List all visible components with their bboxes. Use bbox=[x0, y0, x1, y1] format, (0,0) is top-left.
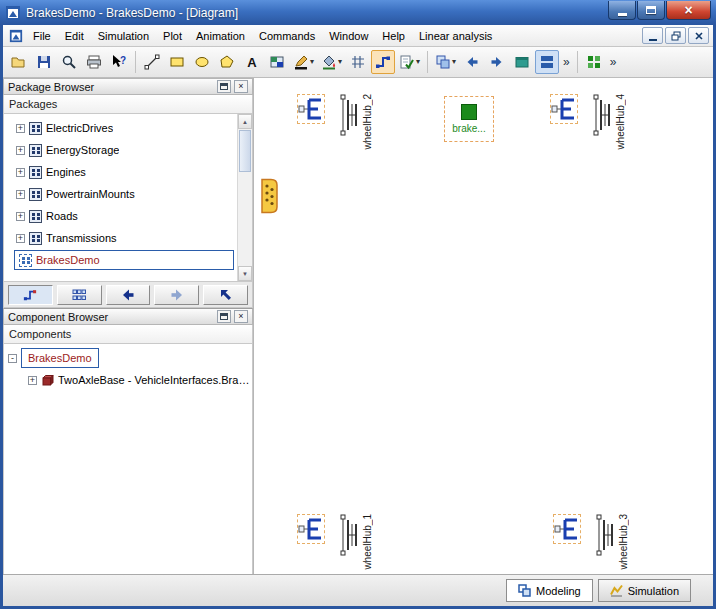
maximize-button[interactable] bbox=[637, 1, 665, 20]
menu-plot[interactable]: Plot bbox=[156, 27, 189, 45]
diagram-canvas[interactable]: wheelHub_2 wheelHub bbox=[254, 78, 713, 574]
window-view-button[interactable] bbox=[510, 50, 534, 74]
component-tree[interactable]: - BrakesDemo + TwoA bbox=[3, 344, 253, 574]
grid-view-button[interactable] bbox=[57, 285, 102, 305]
component-wheelhub-3[interactable]: wheelHub_3 bbox=[553, 514, 629, 570]
expander-icon[interactable]: - bbox=[8, 354, 17, 363]
wheelhub-flange-port[interactable] bbox=[297, 514, 325, 544]
toggle-grid-button[interactable] bbox=[346, 50, 370, 74]
mdi-close-button[interactable] bbox=[688, 27, 709, 44]
expander-icon[interactable]: + bbox=[16, 212, 25, 221]
package-item-label: Engines bbox=[46, 166, 86, 178]
navigate-forward-button[interactable] bbox=[154, 285, 199, 305]
toolbar-overflow-button[interactable]: » bbox=[607, 55, 620, 69]
menu-window[interactable]: Window bbox=[322, 27, 375, 45]
float-panel-button[interactable] bbox=[217, 80, 231, 93]
scroll-up-button[interactable]: ▲ bbox=[238, 114, 252, 129]
expander-icon[interactable]: + bbox=[16, 146, 25, 155]
line-color-button[interactable]: ▾ bbox=[290, 50, 317, 74]
polygon-tool-button[interactable] bbox=[215, 50, 239, 74]
menu-edit[interactable]: Edit bbox=[58, 27, 91, 45]
connect-mode-button[interactable] bbox=[371, 50, 395, 74]
context-help-button[interactable]: ? bbox=[107, 50, 131, 74]
selected-package-box[interactable]: BrakesDemo bbox=[14, 250, 234, 270]
browse-mode-button[interactable] bbox=[8, 285, 53, 305]
package-item-brakesdemo[interactable]: BrakesDemo bbox=[4, 249, 252, 271]
component-browser-panel: Component Browser × Components - BrakesD… bbox=[3, 308, 253, 574]
wheelhub-flange-port[interactable] bbox=[297, 94, 325, 124]
package-item-powertrainmounts[interactable]: + PowertrainMounts bbox=[4, 183, 252, 205]
tab-modeling[interactable]: Modeling bbox=[506, 579, 593, 602]
simulation-tab-icon bbox=[610, 584, 623, 597]
package-item-energystorage[interactable]: + EnergyStorage bbox=[4, 139, 252, 161]
menu-help[interactable]: Help bbox=[375, 27, 412, 45]
tab-simulation[interactable]: Simulation bbox=[598, 579, 691, 602]
wheelhub-flange-port[interactable] bbox=[553, 514, 581, 544]
selected-component-box[interactable]: BrakesDemo bbox=[21, 348, 99, 368]
library-selector-button[interactable] bbox=[582, 50, 606, 74]
back-button[interactable] bbox=[460, 50, 484, 74]
line-tool-button[interactable] bbox=[140, 50, 164, 74]
component-wheelhub-4[interactable]: wheelHub_4 bbox=[550, 94, 626, 150]
component-root-row[interactable]: - BrakesDemo bbox=[4, 347, 252, 369]
close-icon: × bbox=[684, 3, 692, 17]
expander-icon[interactable]: + bbox=[16, 234, 25, 243]
float-icon bbox=[220, 83, 228, 90]
control-bus-connector[interactable] bbox=[259, 178, 279, 214]
hub-bearing-icon[interactable] bbox=[339, 94, 359, 136]
scroll-down-button[interactable]: ▼ bbox=[238, 266, 252, 281]
package-item-roads[interactable]: + Roads bbox=[4, 205, 252, 227]
close-button[interactable]: × bbox=[666, 1, 711, 20]
zoom-button[interactable] bbox=[57, 50, 81, 74]
menu-simulation[interactable]: Simulation bbox=[91, 27, 156, 45]
text-tool-button[interactable]: A bbox=[240, 50, 264, 74]
expander-icon[interactable]: + bbox=[28, 376, 37, 385]
package-item-label: PowertrainMounts bbox=[46, 188, 135, 200]
component-item-row[interactable]: + TwoAxleBase - VehicleInterfaces.Brak..… bbox=[4, 369, 252, 391]
forward-arrow-icon bbox=[489, 54, 505, 70]
package-item-electricdrives[interactable]: + ElectricDrives bbox=[4, 117, 252, 139]
ellipse-tool-button[interactable] bbox=[190, 50, 214, 74]
package-item-transmissions[interactable]: + Transmissions bbox=[4, 227, 252, 249]
mdi-restore-button[interactable] bbox=[665, 27, 686, 44]
package-item-engines[interactable]: + Engines bbox=[4, 161, 252, 183]
hub-bearing-icon[interactable] bbox=[339, 514, 359, 556]
expander-icon[interactable]: + bbox=[16, 124, 25, 133]
scrollbar-thumb[interactable] bbox=[239, 130, 251, 172]
menu-file[interactable]: File bbox=[26, 27, 58, 45]
component-wheelhub-2[interactable]: wheelHub_2 bbox=[297, 94, 373, 150]
save-button[interactable] bbox=[32, 50, 56, 74]
bitmap-tool-button[interactable] bbox=[265, 50, 289, 74]
close-panel-button[interactable]: × bbox=[234, 310, 248, 323]
window-controls: × bbox=[608, 1, 711, 20]
component-wheelhub-1[interactable]: wheelHub_1 bbox=[297, 514, 373, 570]
menu-linear-analysis[interactable]: Linear analysis bbox=[412, 27, 499, 45]
forward-button[interactable] bbox=[485, 50, 509, 74]
check-model-button[interactable]: ▾ bbox=[396, 50, 423, 74]
menu-commands[interactable]: Commands bbox=[252, 27, 322, 45]
package-tree[interactable]: + ElectricDrives + EnergyStorage + bbox=[3, 114, 253, 282]
toolbar-overflow-button[interactable]: » bbox=[560, 55, 573, 69]
navigate-up-button[interactable] bbox=[203, 285, 248, 305]
hub-bearing-icon[interactable] bbox=[595, 514, 615, 556]
open-button[interactable] bbox=[7, 50, 31, 74]
app-icon bbox=[5, 5, 21, 21]
component-brake[interactable]: brake... bbox=[444, 96, 494, 142]
close-panel-button[interactable]: × bbox=[234, 80, 248, 93]
float-panel-button[interactable] bbox=[217, 310, 231, 323]
diagram-view-button[interactable] bbox=[535, 50, 559, 74]
rectangle-tool-button[interactable] bbox=[165, 50, 189, 74]
hub-bearing-icon[interactable] bbox=[592, 94, 612, 136]
print-button[interactable] bbox=[82, 50, 106, 74]
menu-animation[interactable]: Animation bbox=[189, 27, 252, 45]
minimize-button[interactable] bbox=[608, 1, 636, 20]
package-tree-scrollbar[interactable]: ▲ ▼ bbox=[237, 114, 252, 281]
navigate-back-button[interactable] bbox=[106, 285, 151, 305]
fill-color-button[interactable]: ▾ bbox=[318, 50, 345, 74]
mdi-minimize-button[interactable] bbox=[642, 27, 663, 44]
expander-icon[interactable]: + bbox=[16, 190, 25, 199]
duplicate-button[interactable]: ▾ bbox=[432, 50, 459, 74]
wheelhub-flange-port[interactable] bbox=[550, 94, 578, 124]
component-label: wheelHub_4 bbox=[615, 94, 626, 150]
expander-icon[interactable]: + bbox=[16, 168, 25, 177]
